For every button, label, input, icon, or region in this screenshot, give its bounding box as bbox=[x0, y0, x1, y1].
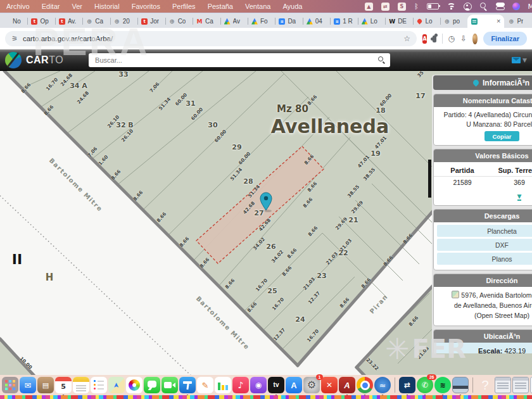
wifi-icon[interactable] bbox=[447, 3, 455, 10]
map-label: 21.03 bbox=[325, 251, 339, 266]
dock-acrobat[interactable]: A bbox=[339, 377, 355, 393]
siri-icon[interactable] bbox=[512, 3, 520, 10]
dock-messages[interactable] bbox=[144, 377, 160, 393]
menubar-item-pestaña[interactable]: Pestaña bbox=[208, 3, 233, 10]
browser-tab[interactable]: No bbox=[0, 15, 27, 28]
dock-reminders[interactable] bbox=[91, 377, 107, 393]
browser-tab[interactable]: tAv. bbox=[55, 15, 82, 28]
browser-tab[interactable]: WDE bbox=[385, 15, 412, 28]
dock-spotify[interactable]: ≋ bbox=[434, 377, 451, 393]
dock-keynote[interactable] bbox=[179, 377, 196, 393]
download-row-plancheta[interactable]: Plancheta bbox=[437, 225, 532, 237]
browser-tab[interactable]: Fo bbox=[248, 15, 275, 28]
tumblr-favicon-icon: t bbox=[59, 18, 65, 25]
browser-tab[interactable]: Av bbox=[220, 15, 248, 28]
dock-calendar[interactable]: 5 bbox=[55, 377, 72, 393]
menubar-item-perfiles[interactable]: Perfiles bbox=[172, 3, 196, 10]
dock-notes[interactable] bbox=[73, 377, 89, 393]
dock-appletv[interactable]: tv bbox=[268, 377, 284, 393]
shortcut-badge-icon[interactable]: ▲ bbox=[365, 3, 373, 11]
browser-tab[interactable]: ⊕Ca bbox=[82, 15, 110, 28]
dock-photos[interactable] bbox=[126, 377, 142, 393]
copy-button[interactable]: Copiar bbox=[484, 131, 519, 141]
cadastral-map[interactable]: Mz 80Avellaneda3334 A32 B313029282726252… bbox=[0, 71, 532, 375]
map-label: 24 bbox=[295, 315, 305, 324]
panel-resize-handle[interactable] bbox=[428, 160, 431, 198]
dock-launchpad[interactable] bbox=[2, 377, 18, 393]
dock-contacts[interactable]: ▤ bbox=[37, 377, 54, 393]
finish-button[interactable]: Finalizar bbox=[483, 32, 527, 46]
info-panel-header[interactable]: InformaciÃ³n bbox=[433, 75, 532, 90]
download-row-dxf[interactable]: DXF bbox=[437, 239, 532, 251]
shield-s-icon[interactable]: S bbox=[398, 3, 406, 11]
profile-avatar[interactable] bbox=[472, 34, 478, 44]
dock-maps[interactable]: ➤ bbox=[108, 377, 125, 393]
menubar-item-ayuda[interactable]: Ayuda bbox=[282, 3, 302, 10]
menubar-item-archivo[interactable]: Archivo bbox=[6, 3, 30, 10]
dock-appstore[interactable]: A bbox=[286, 377, 302, 393]
dock-question[interactable]: ? bbox=[477, 377, 493, 393]
dock-pages[interactable]: ✎ bbox=[197, 377, 213, 393]
mail-icon: ✉ bbox=[20, 377, 36, 393]
extensions-icon[interactable] bbox=[433, 35, 436, 42]
tab-active-arba[interactable]: × bbox=[467, 15, 504, 28]
dock-openoffice[interactable]: ≈ bbox=[374, 377, 391, 393]
envelope-icon bbox=[512, 57, 521, 63]
sup-terreno-value: 369 bbox=[491, 177, 532, 188]
browser-tab[interactable]: tOp bbox=[27, 15, 54, 28]
browser-tab[interactable]: ⊕Co bbox=[165, 15, 193, 28]
browser-tab[interactable]: Lo bbox=[358, 15, 385, 28]
browser-tab[interactable]: tJor bbox=[137, 15, 165, 28]
search-icon[interactable] bbox=[480, 3, 488, 10]
dock-screenshot[interactable] bbox=[452, 377, 469, 393]
downloads-icon[interactable]: ⇩ bbox=[460, 34, 467, 43]
dock-redx[interactable]: ✕ bbox=[321, 377, 338, 393]
site-settings-icon[interactable]: ⚞ bbox=[11, 35, 18, 43]
dock-numbers[interactable] bbox=[215, 377, 231, 393]
user-circle-icon[interactable] bbox=[464, 3, 472, 11]
menubar-item-historial[interactable]: Historial bbox=[94, 3, 120, 10]
search-icon[interactable] bbox=[378, 56, 385, 63]
dock-music[interactable]: ♪ bbox=[232, 377, 249, 393]
download-icon[interactable]: ▼ bbox=[517, 194, 522, 201]
browser-tab[interactable]: ⊕20 bbox=[110, 15, 137, 28]
dock-whatsapp[interactable]: ✆26 bbox=[417, 377, 433, 393]
dock-win2[interactable] bbox=[512, 377, 529, 393]
pdf-extension-icon[interactable]: A bbox=[422, 34, 427, 44]
dock-mail[interactable]: ✉ bbox=[20, 377, 36, 393]
battery-icon[interactable] bbox=[427, 3, 439, 10]
dock-teamviewer[interactable]: ⇄ bbox=[399, 377, 415, 393]
dock-chrome[interactable] bbox=[357, 377, 373, 393]
url-bar[interactable]: ⚞ carto.arba.gov.ar/cartoArba/ ☆ bbox=[5, 31, 417, 46]
search-input[interactable] bbox=[94, 56, 374, 65]
bluetooth-icon[interactable]: ᛒ bbox=[414, 3, 419, 11]
menubar-item-ver[interactable]: Ver bbox=[72, 3, 82, 10]
menu-extra-icon[interactable]: M bbox=[528, 3, 532, 11]
messages-menu[interactable]: ▼ bbox=[512, 57, 527, 63]
dock-facetime[interactable] bbox=[162, 377, 178, 393]
browser-tab[interactable]: 04 bbox=[303, 15, 330, 28]
arrows-badge-icon[interactable]: ⇄ bbox=[381, 3, 390, 11]
dock-settings[interactable]: ⚙1 bbox=[303, 377, 320, 393]
download-row-planos[interactable]: Planos bbox=[437, 253, 532, 265]
bookmark-star-icon[interactable]: ☆ bbox=[403, 34, 410, 43]
menubar-item-ventana[interactable]: Ventana bbox=[245, 3, 270, 10]
browser-tab[interactable]: MCa bbox=[193, 15, 220, 28]
browser-tab[interactable]: ⊕po bbox=[440, 15, 467, 28]
menubar-item-favoritos[interactable]: Favoritos bbox=[132, 3, 160, 10]
dock-win1[interactable] bbox=[495, 377, 511, 393]
browser-tab[interactable]: Lo bbox=[413, 15, 440, 28]
map-thumb-icon bbox=[452, 291, 459, 298]
tab-close-icon[interactable]: × bbox=[497, 18, 500, 25]
history-icon[interactable]: ◷ bbox=[448, 34, 454, 43]
map-search-box[interactable] bbox=[89, 53, 390, 67]
browser-tab[interactable]: ≡Da bbox=[275, 15, 302, 28]
control-center-icon[interactable] bbox=[496, 3, 504, 10]
menubar-item-editar[interactable]: Editar bbox=[42, 3, 60, 10]
dock-podcasts[interactable]: ◉ bbox=[250, 377, 267, 393]
url-text[interactable]: carto.arba.gov.ar/cartoArba/ bbox=[23, 35, 113, 42]
browser-tab[interactable]: ≡1 R bbox=[330, 15, 357, 28]
tab-label: 1 R bbox=[343, 18, 353, 25]
browser-toolbar: ⚞ carto.arba.gov.ar/cartoArba/ ☆ A ◷ ⇩ F… bbox=[0, 28, 532, 49]
browser-tab[interactable]: ⊕Pr bbox=[504, 15, 531, 28]
